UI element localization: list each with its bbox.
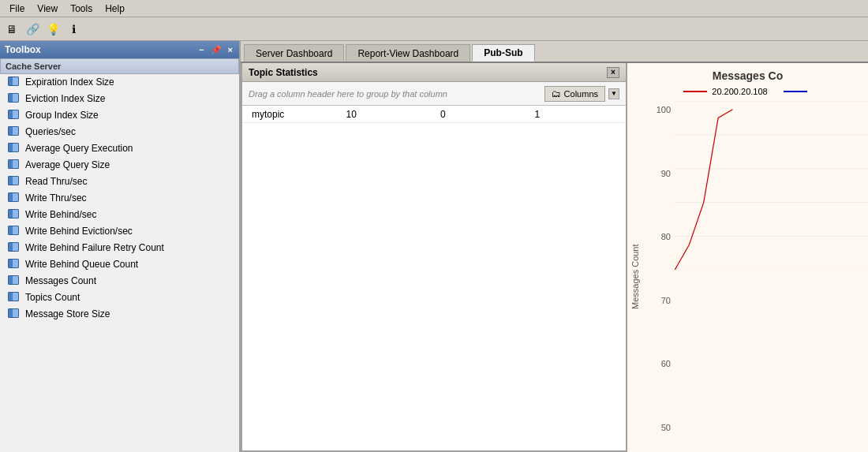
grid-cell-col3: 1 bbox=[529, 109, 623, 120]
toolbox-item-icon bbox=[8, 259, 21, 270]
toolbox-item-messages-count[interactable]: Messages Count bbox=[0, 273, 239, 290]
toolbox-section-label: Cache Server bbox=[6, 62, 61, 71]
toolbox-minimize-btn[interactable]: − bbox=[197, 45, 205, 54]
toolbox-item-write-thru-sec[interactable]: Write Thru/sec bbox=[0, 190, 239, 207]
toolbox-item-icon bbox=[8, 308, 21, 319]
menu-item-help[interactable]: Help bbox=[99, 2, 131, 16]
toolbox-item-label: Message Store Size bbox=[25, 308, 110, 319]
toolbox-title-area: Toolbox bbox=[5, 44, 41, 55]
toolbox-item-icon bbox=[8, 159, 21, 170]
toolbox-item-label: Messages Count bbox=[25, 275, 96, 286]
main-layout: Toolbox − 📌 × Cache Server Expiration In… bbox=[0, 41, 868, 452]
toolbox-item-icon bbox=[8, 292, 21, 303]
toolbox-item-icon bbox=[8, 77, 21, 88]
toolbox-item-icon bbox=[8, 176, 21, 187]
y-tick: 100 bbox=[643, 105, 671, 114]
chart-title-text: Messages Co bbox=[713, 69, 783, 82]
y-axis: 1009080706050 bbox=[643, 101, 675, 436]
menu-bar: // render menubar items inline after par… bbox=[0, 0, 868, 17]
toolbox-item-label: Write Behind Eviction/sec bbox=[25, 226, 133, 237]
legend-item: 20.200.20.108 bbox=[683, 87, 767, 96]
table-row[interactable]: mytopic1001 bbox=[242, 106, 626, 123]
toolbox-item-label: Average Query Execution bbox=[25, 143, 133, 154]
toolbox-pin-btn[interactable]: 📌 bbox=[209, 45, 223, 55]
toolbox-item-message-store-size[interactable]: Message Store Size bbox=[0, 306, 239, 323]
tab-pub-sub[interactable]: Pub-Sub bbox=[472, 44, 534, 62]
chart-title: Messages Co bbox=[627, 63, 868, 85]
y-tick: 80 bbox=[643, 232, 671, 241]
legend-line bbox=[683, 91, 707, 92]
grid-cell-col2: 0 bbox=[434, 109, 529, 120]
connect-icon[interactable]: 🔗 bbox=[24, 21, 41, 38]
chart-y-label: Messages Count bbox=[627, 101, 643, 452]
chart-svg bbox=[675, 101, 868, 270]
toolbar: 🖥🔗💡ℹ bbox=[0, 17, 868, 41]
panel-close-btn[interactable]: × bbox=[607, 67, 619, 78]
about-icon[interactable]: ℹ bbox=[65, 21, 82, 38]
toolbox-item-label: Write Behind Failure Retry Count bbox=[25, 242, 164, 253]
toolbox-item-expiration-index-size[interactable]: Expiration Index Size bbox=[0, 74, 239, 91]
toolbox-item-icon bbox=[8, 275, 21, 286]
toolbox-item-label: Group Index Size bbox=[25, 110, 99, 121]
toolbox-item-queries-sec[interactable]: Queries/sec bbox=[0, 124, 239, 140]
content-area: Topic Statistics × Drag a column header … bbox=[241, 63, 868, 452]
toolbox-item-label: Write Behind/sec bbox=[25, 209, 97, 220]
toolbox-item-label: Eviction Index Size bbox=[25, 93, 105, 104]
chart-area: Messages Count 1009080706050 bbox=[627, 101, 868, 452]
toolbox-item-write-behind-failure-retry-count[interactable]: Write Behind Failure Retry Count bbox=[0, 240, 239, 256]
toolbox: Toolbox − 📌 × Cache Server Expiration In… bbox=[0, 41, 241, 452]
grid-cell-col1: 10 bbox=[340, 109, 435, 120]
toolbox-header: Toolbox − 📌 × bbox=[0, 41, 239, 58]
y-tick: 60 bbox=[643, 359, 671, 368]
scroll-right-btn[interactable]: ▼ bbox=[608, 88, 619, 99]
drag-hint: Drag a column header here to group by th… bbox=[249, 89, 447, 99]
columns-label: Columns bbox=[564, 89, 598, 99]
menu-item-tools[interactable]: Tools bbox=[64, 2, 99, 16]
panel-header: Topic Statistics × bbox=[242, 63, 626, 82]
toolbox-item-icon bbox=[8, 192, 21, 204]
menu-item-file[interactable]: File bbox=[3, 2, 31, 16]
toolbox-item-average-query-size[interactable]: Average Query Size bbox=[0, 157, 239, 174]
toolbox-item-eviction-index-size[interactable]: Eviction Index Size bbox=[0, 91, 239, 107]
toolbox-item-icon bbox=[8, 242, 21, 253]
column-drag-area: Drag a column header here to group by th… bbox=[242, 82, 626, 106]
toolbox-item-icon bbox=[8, 143, 21, 154]
menu-item-view[interactable]: View bbox=[31, 2, 64, 16]
chart-panel: Messages Co 20.200.20.108 Messages Count… bbox=[627, 63, 868, 452]
columns-button[interactable]: 🗂 Columns bbox=[544, 86, 605, 102]
toolbox-item-icon bbox=[8, 110, 21, 121]
toolbox-item-label: Expiration Index Size bbox=[25, 77, 114, 88]
y-tick: 70 bbox=[643, 296, 671, 305]
panel-title: Topic Statistics bbox=[249, 67, 318, 78]
monitor-icon[interactable]: 🖥 bbox=[3, 21, 21, 38]
toolbox-title: Toolbox bbox=[5, 44, 41, 55]
chart-legend: 20.200.20.108 bbox=[627, 85, 868, 101]
toolbox-controls: − 📌 × bbox=[197, 45, 234, 55]
columns-icon: 🗂 bbox=[552, 88, 561, 99]
right-panel: Server DashboardReport-View DashboardPub… bbox=[241, 41, 868, 452]
toolbox-item-label: Topics Count bbox=[25, 292, 80, 303]
toolbox-item-write-behind-eviction-sec[interactable]: Write Behind Eviction/sec bbox=[0, 223, 239, 240]
toolbox-item-read-thru-sec[interactable]: Read Thru/sec bbox=[0, 174, 239, 190]
toolbox-item-label: Average Query Size bbox=[25, 159, 110, 170]
toolbox-list: Expiration Index SizeEviction Index Size… bbox=[0, 74, 239, 452]
chart-inner: 1009080706050 bbox=[643, 101, 868, 452]
tab-report-view-dashboard[interactable]: Report-View Dashboard bbox=[346, 44, 470, 62]
legend-line bbox=[784, 91, 807, 92]
legend-label: 20.200.20.108 bbox=[712, 87, 767, 96]
toolbox-item-average-query-execution[interactable]: Average Query Execution bbox=[0, 140, 239, 157]
toolbox-item-write-behind-sec[interactable]: Write Behind/sec bbox=[0, 207, 239, 223]
topic-stats-panel: Topic Statistics × Drag a column header … bbox=[241, 63, 627, 452]
help-icon[interactable]: 💡 bbox=[44, 21, 62, 38]
toolbox-item-label: Queries/sec bbox=[25, 126, 76, 137]
toolbox-item-topics-count[interactable]: Topics Count bbox=[0, 290, 239, 306]
toolbox-item-icon bbox=[8, 226, 21, 237]
toolbox-item-group-index-size[interactable]: Group Index Size bbox=[0, 107, 239, 124]
tab-server-dashboard[interactable]: Server Dashboard bbox=[244, 44, 344, 62]
tab-bar: Server DashboardReport-View DashboardPub… bbox=[241, 41, 868, 63]
toolbox-item-label: Read Thru/sec bbox=[25, 176, 88, 187]
grid-cell-topic: mytopic bbox=[245, 109, 340, 120]
toolbox-item-icon bbox=[8, 126, 21, 137]
toolbox-close-btn[interactable]: × bbox=[226, 45, 234, 54]
toolbox-item-write-behind-queue-count[interactable]: Write Behind Queue Count bbox=[0, 256, 239, 273]
